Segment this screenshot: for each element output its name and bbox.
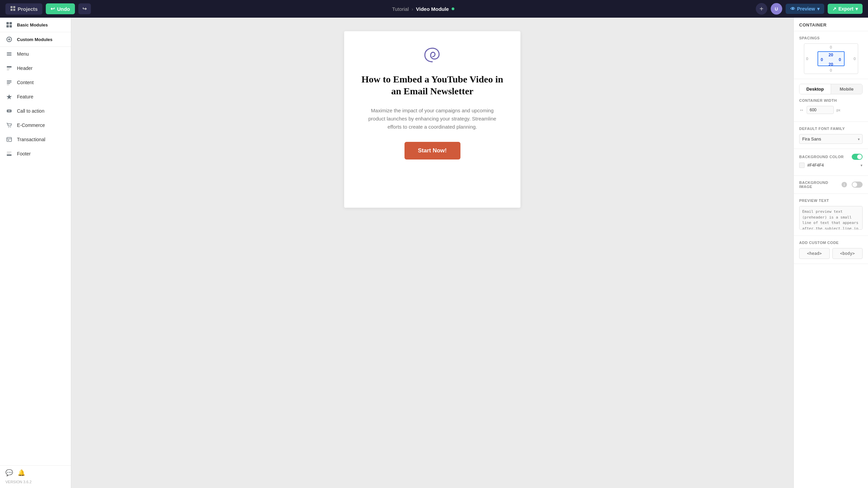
preview-text-label: PREVIEW TEXT — [799, 199, 863, 203]
sidebar-item-transactional[interactable]: Transactional — [0, 132, 71, 147]
bg-image-info-icon[interactable]: i — [842, 182, 847, 187]
undo-label: Undo — [57, 6, 70, 12]
bg-color-toggle[interactable] — [852, 154, 863, 160]
status-dot — [452, 7, 454, 10]
font-select-wrapper: Fira Sans Arial Georgia Helvetica — [799, 134, 863, 144]
svg-rect-17 — [7, 83, 10, 84]
email-logo — [422, 45, 442, 67]
svg-rect-13 — [7, 68, 10, 69]
preview-button[interactable]: 👁 Preview ▾ — [786, 4, 824, 14]
spacing-top-value: 0 — [830, 45, 832, 49]
version-text: VERSION 3.6.2 — [0, 480, 71, 488]
sidebar-item-cta[interactable]: Call to action — [0, 104, 71, 118]
preview-label: Preview — [797, 6, 815, 12]
topbar-right: + U 👁 Preview ▾ ↗ Export ▾ — [756, 3, 863, 15]
body-code-button[interactable]: <body> — [832, 248, 863, 259]
svg-point-23 — [10, 127, 11, 128]
custom-code-label: ADD CUSTOM CODE — [799, 241, 863, 245]
undo-button[interactable]: ↩ Undo — [46, 3, 75, 14]
avatar[interactable]: U — [771, 3, 782, 15]
spacing-widget[interactable]: 0 0 0 0 20 0 0 20 — [804, 43, 858, 74]
bg-image-toggle[interactable] — [852, 182, 863, 188]
svg-rect-9 — [7, 52, 12, 53]
svg-point-22 — [8, 127, 9, 128]
topbar: Projects ↩ Undo ↪ Tutorial › Video Modul… — [0, 0, 868, 18]
transactional-icon — [5, 136, 13, 143]
sidebar-item-ecommerce[interactable]: E-Commerce — [0, 118, 71, 132]
redo-button[interactable]: ↪ — [78, 3, 91, 14]
sidebar-item-footer[interactable]: Footer — [0, 147, 71, 161]
chat-icon[interactable]: 💬 — [5, 469, 13, 476]
bg-color-section: BACKGROUND COLOR #F4F4F4 ▾ — [794, 149, 868, 176]
svg-rect-1 — [13, 6, 15, 8]
sidebar-item-menu-label: Menu — [17, 51, 29, 57]
svg-rect-28 — [7, 154, 12, 156]
spacings-section: SPACINGS 0 0 0 0 20 0 0 20 — [794, 31, 868, 79]
sidebar-item-feature[interactable]: Feature — [0, 90, 71, 104]
sidebar-item-custom-modules[interactable]: Custom Modules — [0, 32, 71, 47]
bell-icon[interactable]: 🔔 — [18, 469, 25, 476]
spacing-inner-bottom-value: 20 — [829, 62, 833, 67]
projects-button[interactable]: Projects — [5, 3, 42, 15]
breadcrumb-current: Video Module — [416, 6, 449, 12]
bg-color-value-row: #F4F4F4 ▾ — [799, 163, 863, 168]
svg-rect-7 — [9, 25, 12, 27]
font-family-select[interactable]: Fira Sans Arial Georgia Helvetica — [799, 134, 863, 144]
preview-text-section: PREVIEW TEXT — [794, 194, 868, 236]
svg-rect-10 — [7, 54, 12, 54]
undo-icon: ↩ — [51, 6, 55, 12]
sidebar-item-cta-label: Call to action — [17, 108, 44, 114]
container-width-input[interactable] — [807, 106, 834, 114]
sidebar-bottom: 💬 🔔 — [0, 465, 71, 480]
svg-rect-18 — [7, 85, 9, 85]
right-panel-header: CONTAINER — [794, 18, 868, 31]
sidebar-item-footer-label: Footer — [17, 151, 31, 156]
spacing-inner-mid: 0 0 — [821, 57, 841, 62]
svg-rect-26 — [7, 152, 12, 152]
preview-text-input[interactable] — [799, 206, 863, 230]
bg-color-value: #F4F4F4 — [807, 163, 858, 168]
svg-rect-25 — [8, 140, 9, 140]
spacing-inner-left-value: 0 — [821, 57, 823, 62]
head-code-button[interactable]: <head> — [799, 248, 830, 259]
spacing-left-value: 0 — [806, 57, 808, 61]
spacing-inner-box: 20 0 0 20 — [817, 51, 845, 66]
spacing-right-value: 0 — [853, 57, 855, 61]
feature-icon — [5, 93, 13, 100]
sidebar-item-basic-modules[interactable]: Basic Modules — [0, 18, 71, 32]
bg-color-dropdown-icon[interactable]: ▾ — [861, 163, 863, 168]
basic-modules-label: Basic Modules — [17, 22, 48, 27]
spacings-label: SPACINGS — [799, 36, 863, 40]
svg-rect-21 — [8, 111, 11, 111]
width-icon: ↔ — [799, 107, 804, 113]
email-cta-button[interactable]: Start Now! — [405, 142, 460, 159]
sidebar-item-header[interactable]: Header — [0, 61, 71, 75]
svg-rect-24 — [7, 137, 12, 142]
sidebar-item-header-label: Header — [17, 65, 33, 71]
bg-image-row: BACKGROUND IMAGE i — [799, 181, 863, 189]
breadcrumb-parent[interactable]: Tutorial — [392, 6, 409, 12]
container-width-unit: px — [836, 108, 841, 112]
add-button[interactable]: + — [756, 3, 767, 15]
svg-rect-15 — [7, 80, 12, 81]
sidebar-item-menu[interactable]: Menu — [0, 47, 71, 61]
svg-rect-2 — [11, 9, 13, 11]
bg-color-swatch[interactable] — [799, 163, 805, 168]
sidebar-item-content[interactable]: Content — [0, 75, 71, 90]
svg-rect-12 — [7, 66, 12, 68]
spacing-inner-top-value: 20 — [829, 53, 833, 57]
svg-rect-5 — [9, 22, 12, 24]
tab-mobile[interactable]: Mobile — [831, 84, 862, 94]
svg-marker-19 — [6, 94, 12, 99]
sidebar-item-content-label: Content — [17, 80, 34, 85]
export-button[interactable]: ↗ Export ▾ — [828, 4, 863, 14]
svg-rect-4 — [6, 22, 9, 24]
spacing-inner-right-value: 0 — [839, 57, 841, 62]
tab-desktop[interactable]: Desktop — [800, 84, 831, 94]
preview-chevron-icon: ▾ — [817, 6, 820, 12]
main-area: Basic Modules Custom Modules Menu Header — [0, 18, 868, 488]
basic-modules-icon — [5, 21, 13, 29]
right-panel: CONTAINER SPACINGS 0 0 0 0 20 0 0 20 — [793, 18, 868, 488]
font-section: DEFAULT FONT FAMILY Fira Sans Arial Geor… — [794, 122, 868, 149]
projects-icon — [10, 6, 16, 12]
